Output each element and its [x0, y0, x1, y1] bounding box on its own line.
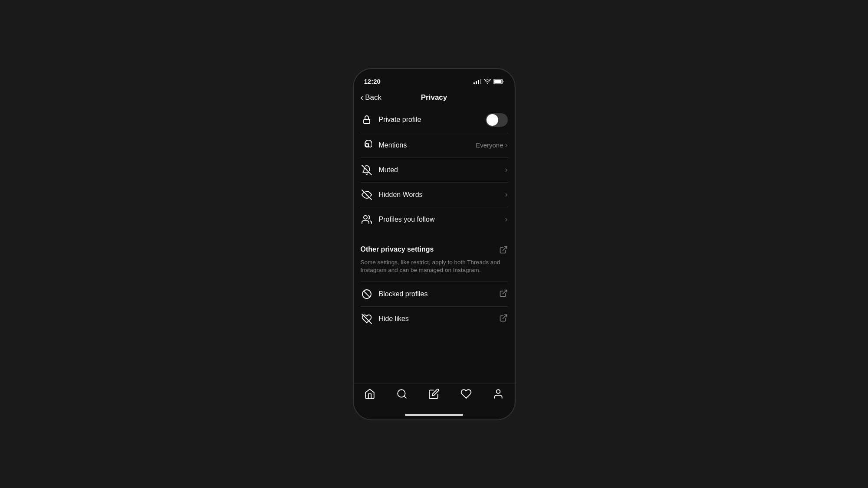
blocked-external-icon [499, 289, 508, 299]
svg-point-15 [496, 390, 500, 393]
back-button[interactable]: ‹ Back [361, 92, 381, 102]
profiles-follow-chevron-icon: › [505, 215, 508, 224]
heart-icon [460, 388, 472, 400]
section-divider [354, 232, 515, 239]
svg-line-9 [363, 291, 369, 297]
private-profile-label: Private profile [379, 116, 486, 124]
svg-line-10 [503, 290, 506, 294]
profiles-you-follow-item[interactable]: Profiles you follow › [361, 207, 508, 232]
signal-icon [473, 79, 481, 84]
blocked-profiles-item[interactable]: Blocked profiles [361, 282, 508, 307]
status-time: 12:20 [364, 78, 381, 85]
phone-frame: 12:20 [353, 68, 516, 420]
hide-likes-external-icon [499, 314, 508, 324]
private-profile-toggle[interactable] [486, 113, 508, 127]
svg-point-6 [364, 216, 367, 219]
profile-icon [493, 388, 504, 400]
mentions-chevron-icon: › [505, 141, 508, 150]
svg-line-4 [362, 165, 372, 175]
hidden-words-label: Hidden Words [379, 191, 505, 199]
hide-likes-label: Hide likes [379, 315, 499, 323]
muted-item[interactable]: Muted › [361, 158, 508, 183]
other-privacy-section: Other privacy settings Some settings, li… [354, 239, 515, 331]
settings-list: Private profile Mentions Everyone › [354, 107, 515, 232]
hide-likes-item[interactable]: Hide likes [361, 307, 508, 331]
nav-activity[interactable] [457, 388, 476, 400]
hidden-words-chevron-icon: › [505, 190, 508, 199]
mentions-value: Everyone › [476, 141, 507, 150]
profiles-you-follow-label: Profiles you follow [379, 216, 505, 223]
heart-slash-icon [361, 313, 373, 325]
svg-rect-2 [364, 119, 370, 124]
svg-line-7 [503, 246, 506, 250]
svg-rect-1 [494, 80, 501, 83]
toggle-knob [487, 114, 498, 126]
other-privacy-title: Other privacy settings [361, 246, 434, 253]
back-label: Back [365, 93, 381, 102]
hidden-words-item[interactable]: Hidden Words › [361, 183, 508, 207]
eye-slash-icon [361, 189, 373, 201]
page-title: Privacy [421, 93, 447, 102]
blocked-icon [361, 288, 373, 300]
home-indicator [405, 414, 463, 416]
wifi-icon [484, 79, 491, 84]
nav-search[interactable] [392, 388, 411, 400]
muted-label: Muted [379, 166, 505, 174]
svg-line-12 [503, 315, 506, 319]
search-icon [396, 388, 408, 400]
battery-icon [493, 79, 504, 84]
blocked-profiles-label: Blocked profiles [379, 290, 499, 298]
status-icons [473, 79, 504, 84]
compose-icon [428, 388, 440, 400]
lock-icon [361, 114, 373, 126]
nav-compose[interactable] [424, 388, 444, 400]
back-chevron-icon: ‹ [361, 92, 364, 102]
svg-line-14 [404, 396, 406, 398]
people-icon [361, 213, 373, 226]
home-icon [364, 388, 375, 400]
mentions-item[interactable]: Mentions Everyone › [361, 133, 508, 158]
other-privacy-header: Other privacy settings [361, 246, 508, 256]
other-privacy-description: Some settings, like restrict, apply to b… [361, 259, 508, 275]
main-content: ‹ Back Privacy Private profile [354, 88, 515, 385]
mentions-label: Mentions [379, 141, 476, 149]
bell-slash-icon [361, 164, 373, 176]
nav-profile[interactable] [489, 388, 508, 400]
nav-home[interactable] [360, 388, 379, 400]
status-bar: 12:20 [354, 69, 515, 88]
mentions-value-text: Everyone [476, 141, 503, 149]
private-profile-item[interactable]: Private profile [361, 107, 508, 133]
other-privacy-external-icon [499, 246, 508, 256]
nav-header: ‹ Back Privacy [354, 88, 515, 107]
muted-chevron-icon: › [505, 165, 508, 174]
at-icon [361, 139, 373, 151]
